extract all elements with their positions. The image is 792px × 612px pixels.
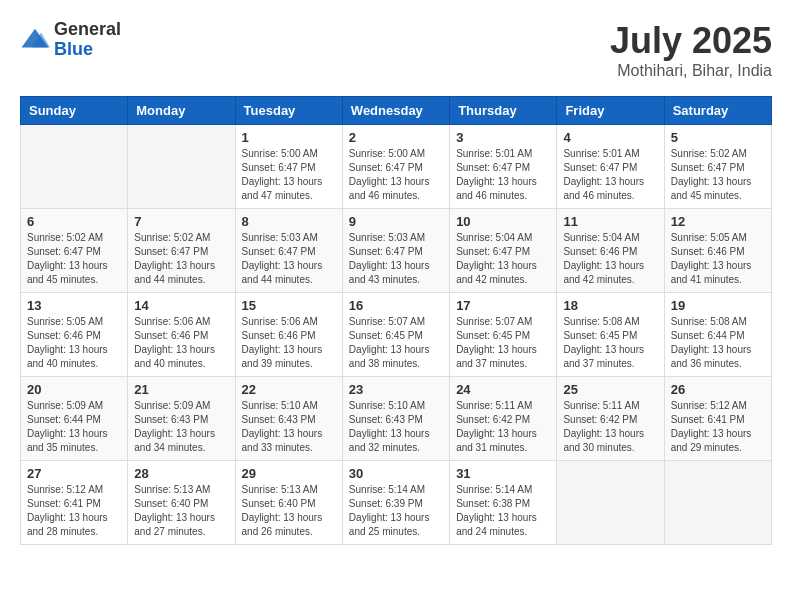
calendar-cell: 6Sunrise: 5:02 AM Sunset: 6:47 PM Daylig… xyxy=(21,209,128,293)
calendar-cell: 1Sunrise: 5:00 AM Sunset: 6:47 PM Daylig… xyxy=(235,125,342,209)
day-detail: Sunrise: 5:03 AM Sunset: 6:47 PM Dayligh… xyxy=(349,231,443,287)
day-detail: Sunrise: 5:08 AM Sunset: 6:45 PM Dayligh… xyxy=(563,315,657,371)
day-number: 5 xyxy=(671,130,765,145)
day-detail: Sunrise: 5:09 AM Sunset: 6:44 PM Dayligh… xyxy=(27,399,121,455)
day-detail: Sunrise: 5:01 AM Sunset: 6:47 PM Dayligh… xyxy=(563,147,657,203)
day-detail: Sunrise: 5:01 AM Sunset: 6:47 PM Dayligh… xyxy=(456,147,550,203)
day-detail: Sunrise: 5:09 AM Sunset: 6:43 PM Dayligh… xyxy=(134,399,228,455)
day-detail: Sunrise: 5:13 AM Sunset: 6:40 PM Dayligh… xyxy=(242,483,336,539)
day-number: 20 xyxy=(27,382,121,397)
logo: General Blue xyxy=(20,20,121,60)
day-detail: Sunrise: 5:02 AM Sunset: 6:47 PM Dayligh… xyxy=(134,231,228,287)
day-detail: Sunrise: 5:03 AM Sunset: 6:47 PM Dayligh… xyxy=(242,231,336,287)
calendar-cell: 5Sunrise: 5:02 AM Sunset: 6:47 PM Daylig… xyxy=(664,125,771,209)
calendar-cell: 17Sunrise: 5:07 AM Sunset: 6:45 PM Dayli… xyxy=(450,293,557,377)
calendar-cell xyxy=(664,461,771,545)
day-detail: Sunrise: 5:04 AM Sunset: 6:47 PM Dayligh… xyxy=(456,231,550,287)
calendar-cell xyxy=(128,125,235,209)
calendar-cell: 18Sunrise: 5:08 AM Sunset: 6:45 PM Dayli… xyxy=(557,293,664,377)
calendar-cell: 19Sunrise: 5:08 AM Sunset: 6:44 PM Dayli… xyxy=(664,293,771,377)
day-detail: Sunrise: 5:12 AM Sunset: 6:41 PM Dayligh… xyxy=(671,399,765,455)
day-number: 13 xyxy=(27,298,121,313)
calendar-cell: 14Sunrise: 5:06 AM Sunset: 6:46 PM Dayli… xyxy=(128,293,235,377)
day-number: 29 xyxy=(242,466,336,481)
calendar-cell: 3Sunrise: 5:01 AM Sunset: 6:47 PM Daylig… xyxy=(450,125,557,209)
calendar-header-monday: Monday xyxy=(128,97,235,125)
calendar-cell: 30Sunrise: 5:14 AM Sunset: 6:39 PM Dayli… xyxy=(342,461,449,545)
day-detail: Sunrise: 5:11 AM Sunset: 6:42 PM Dayligh… xyxy=(563,399,657,455)
calendar-header-row: SundayMondayTuesdayWednesdayThursdayFrid… xyxy=(21,97,772,125)
calendar-week-4: 20Sunrise: 5:09 AM Sunset: 6:44 PM Dayli… xyxy=(21,377,772,461)
calendar-cell: 12Sunrise: 5:05 AM Sunset: 6:46 PM Dayli… xyxy=(664,209,771,293)
day-number: 31 xyxy=(456,466,550,481)
calendar-cell: 21Sunrise: 5:09 AM Sunset: 6:43 PM Dayli… xyxy=(128,377,235,461)
day-detail: Sunrise: 5:13 AM Sunset: 6:40 PM Dayligh… xyxy=(134,483,228,539)
calendar-cell: 9Sunrise: 5:03 AM Sunset: 6:47 PM Daylig… xyxy=(342,209,449,293)
day-number: 24 xyxy=(456,382,550,397)
title-area: July 2025 Mothihari, Bihar, India xyxy=(610,20,772,80)
day-detail: Sunrise: 5:07 AM Sunset: 6:45 PM Dayligh… xyxy=(349,315,443,371)
calendar-cell: 29Sunrise: 5:13 AM Sunset: 6:40 PM Dayli… xyxy=(235,461,342,545)
day-detail: Sunrise: 5:07 AM Sunset: 6:45 PM Dayligh… xyxy=(456,315,550,371)
page-header: General Blue July 2025 Mothihari, Bihar,… xyxy=(20,20,772,80)
calendar-cell: 4Sunrise: 5:01 AM Sunset: 6:47 PM Daylig… xyxy=(557,125,664,209)
month-title: July 2025 xyxy=(610,20,772,62)
day-number: 23 xyxy=(349,382,443,397)
calendar-cell: 10Sunrise: 5:04 AM Sunset: 6:47 PM Dayli… xyxy=(450,209,557,293)
day-number: 12 xyxy=(671,214,765,229)
day-number: 21 xyxy=(134,382,228,397)
day-number: 7 xyxy=(134,214,228,229)
calendar-cell: 23Sunrise: 5:10 AM Sunset: 6:43 PM Dayli… xyxy=(342,377,449,461)
day-detail: Sunrise: 5:11 AM Sunset: 6:42 PM Dayligh… xyxy=(456,399,550,455)
day-number: 22 xyxy=(242,382,336,397)
calendar-cell: 28Sunrise: 5:13 AM Sunset: 6:40 PM Dayli… xyxy=(128,461,235,545)
day-number: 1 xyxy=(242,130,336,145)
day-number: 10 xyxy=(456,214,550,229)
day-number: 8 xyxy=(242,214,336,229)
day-number: 11 xyxy=(563,214,657,229)
calendar-cell: 11Sunrise: 5:04 AM Sunset: 6:46 PM Dayli… xyxy=(557,209,664,293)
day-detail: Sunrise: 5:06 AM Sunset: 6:46 PM Dayligh… xyxy=(242,315,336,371)
calendar-week-5: 27Sunrise: 5:12 AM Sunset: 6:41 PM Dayli… xyxy=(21,461,772,545)
calendar-cell: 7Sunrise: 5:02 AM Sunset: 6:47 PM Daylig… xyxy=(128,209,235,293)
day-number: 4 xyxy=(563,130,657,145)
calendar-cell: 22Sunrise: 5:10 AM Sunset: 6:43 PM Dayli… xyxy=(235,377,342,461)
calendar-cell: 25Sunrise: 5:11 AM Sunset: 6:42 PM Dayli… xyxy=(557,377,664,461)
calendar-week-1: 1Sunrise: 5:00 AM Sunset: 6:47 PM Daylig… xyxy=(21,125,772,209)
calendar-cell: 20Sunrise: 5:09 AM Sunset: 6:44 PM Dayli… xyxy=(21,377,128,461)
calendar-header-wednesday: Wednesday xyxy=(342,97,449,125)
location: Mothihari, Bihar, India xyxy=(610,62,772,80)
day-detail: Sunrise: 5:14 AM Sunset: 6:38 PM Dayligh… xyxy=(456,483,550,539)
day-number: 26 xyxy=(671,382,765,397)
day-detail: Sunrise: 5:10 AM Sunset: 6:43 PM Dayligh… xyxy=(349,399,443,455)
day-detail: Sunrise: 5:04 AM Sunset: 6:46 PM Dayligh… xyxy=(563,231,657,287)
day-detail: Sunrise: 5:02 AM Sunset: 6:47 PM Dayligh… xyxy=(27,231,121,287)
day-number: 18 xyxy=(563,298,657,313)
calendar-header-tuesday: Tuesday xyxy=(235,97,342,125)
day-detail: Sunrise: 5:00 AM Sunset: 6:47 PM Dayligh… xyxy=(242,147,336,203)
day-detail: Sunrise: 5:05 AM Sunset: 6:46 PM Dayligh… xyxy=(671,231,765,287)
calendar-week-2: 6Sunrise: 5:02 AM Sunset: 6:47 PM Daylig… xyxy=(21,209,772,293)
calendar-cell: 26Sunrise: 5:12 AM Sunset: 6:41 PM Dayli… xyxy=(664,377,771,461)
calendar-header-friday: Friday xyxy=(557,97,664,125)
day-number: 3 xyxy=(456,130,550,145)
calendar-table: SundayMondayTuesdayWednesdayThursdayFrid… xyxy=(20,96,772,545)
day-number: 2 xyxy=(349,130,443,145)
logo-text: General Blue xyxy=(54,20,121,60)
logo-general-text: General xyxy=(54,20,121,40)
day-number: 9 xyxy=(349,214,443,229)
calendar-cell: 27Sunrise: 5:12 AM Sunset: 6:41 PM Dayli… xyxy=(21,461,128,545)
calendar-cell: 24Sunrise: 5:11 AM Sunset: 6:42 PM Dayli… xyxy=(450,377,557,461)
day-detail: Sunrise: 5:12 AM Sunset: 6:41 PM Dayligh… xyxy=(27,483,121,539)
logo-blue-text: Blue xyxy=(54,40,121,60)
calendar-week-3: 13Sunrise: 5:05 AM Sunset: 6:46 PM Dayli… xyxy=(21,293,772,377)
calendar-header-thursday: Thursday xyxy=(450,97,557,125)
day-detail: Sunrise: 5:00 AM Sunset: 6:47 PM Dayligh… xyxy=(349,147,443,203)
day-detail: Sunrise: 5:08 AM Sunset: 6:44 PM Dayligh… xyxy=(671,315,765,371)
day-detail: Sunrise: 5:06 AM Sunset: 6:46 PM Dayligh… xyxy=(134,315,228,371)
day-number: 28 xyxy=(134,466,228,481)
calendar-cell: 16Sunrise: 5:07 AM Sunset: 6:45 PM Dayli… xyxy=(342,293,449,377)
calendar-cell xyxy=(557,461,664,545)
calendar-header-saturday: Saturday xyxy=(664,97,771,125)
day-number: 30 xyxy=(349,466,443,481)
